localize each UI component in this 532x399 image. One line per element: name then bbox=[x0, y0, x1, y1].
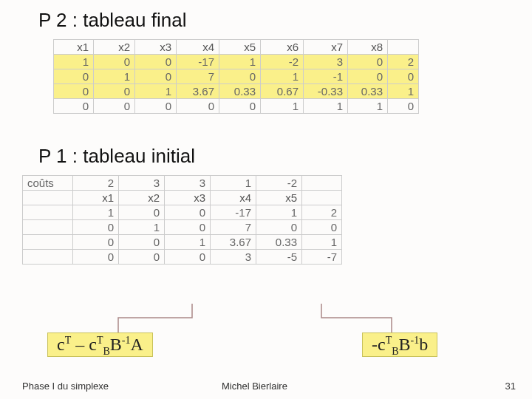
table-row: 1 0 0 -17 1 2 bbox=[23, 205, 342, 220]
cell: 0.33 bbox=[219, 84, 261, 99]
col-header: x4 bbox=[211, 191, 256, 205]
table-row: 0 0 1 3.67 0.33 0.67 -0.33 0.33 1 bbox=[54, 84, 419, 99]
cell: -5 bbox=[256, 250, 302, 265]
cell: 1 bbox=[119, 220, 165, 235]
cell: 1 bbox=[256, 205, 302, 220]
heading-p1: P 1 : tableau initial bbox=[0, 136, 532, 175]
cell: 2 bbox=[73, 176, 119, 191]
footer-center: Michel Bierlaire bbox=[222, 381, 287, 392]
cell: 1 bbox=[348, 99, 388, 114]
col-header: x3 bbox=[135, 40, 177, 55]
cell: 0 bbox=[54, 99, 94, 114]
cell: -2 bbox=[261, 55, 304, 69]
cell: 0 bbox=[177, 99, 219, 114]
table-row: 0 0 0 0 0 1 1 1 0 bbox=[54, 99, 419, 114]
col-header bbox=[302, 191, 342, 205]
cell: 0 bbox=[94, 99, 135, 114]
cell: 0.67 bbox=[261, 84, 304, 99]
col-header: x1 bbox=[73, 191, 119, 205]
cell: 1 bbox=[73, 205, 119, 220]
cell: 7 bbox=[211, 220, 256, 235]
cell: 0 bbox=[73, 220, 119, 235]
cell: 1 bbox=[211, 176, 256, 191]
col-header: x3 bbox=[165, 191, 211, 205]
table-header-row: x1 x2 x3 x4 x5 bbox=[23, 191, 342, 205]
table-p2-final: x1 x2 x3 x4 x5 x6 x7 x8 1 0 0 -17 1 -2 3… bbox=[53, 39, 419, 114]
cell: 1 bbox=[135, 84, 177, 99]
cell: -17 bbox=[177, 55, 219, 69]
cell: 2 bbox=[388, 55, 419, 69]
table1-wrap: x1 x2 x3 x4 x5 x6 x7 x8 1 0 0 -17 1 -2 3… bbox=[53, 39, 532, 114]
cell: 0 bbox=[219, 69, 261, 84]
table-header-row: x1 x2 x3 x4 x5 x6 x7 x8 bbox=[54, 40, 419, 55]
cell: 1 bbox=[165, 235, 211, 250]
col-header: x2 bbox=[94, 40, 135, 55]
cell: -2 bbox=[256, 176, 302, 191]
col-header: x4 bbox=[177, 40, 219, 55]
cell: 3.67 bbox=[177, 84, 219, 99]
cell: 3 bbox=[304, 55, 348, 69]
cell: 1 bbox=[261, 99, 304, 114]
cell: 0 bbox=[388, 69, 419, 84]
cell: 1 bbox=[219, 55, 261, 69]
table2-wrap: coûts 2 3 3 1 -2 x1 x2 x3 x4 x5 1 0 bbox=[22, 175, 532, 265]
formula-objective: -cTBB-1b bbox=[362, 332, 437, 357]
footer-left: Phase I du simplexe bbox=[22, 381, 109, 392]
col-header: x7 bbox=[304, 40, 348, 55]
costs-row: coûts 2 3 3 1 -2 bbox=[23, 176, 342, 191]
cell: 1 bbox=[261, 69, 304, 84]
table-row: 0 0 1 3.67 0.33 1 bbox=[23, 235, 342, 250]
col-header: x5 bbox=[219, 40, 261, 55]
footer-page-number: 31 bbox=[505, 381, 516, 392]
cell: 0 bbox=[135, 69, 177, 84]
cell: 0.33 bbox=[256, 235, 302, 250]
cell: 0 bbox=[256, 220, 302, 235]
table-row: 0 1 0 7 0 0 bbox=[23, 220, 342, 235]
costs-label: coûts bbox=[23, 176, 73, 191]
col-header: x1 bbox=[54, 40, 94, 55]
cell: 1 bbox=[388, 84, 419, 99]
cell: 1 bbox=[54, 55, 94, 69]
cell: 0 bbox=[94, 55, 135, 69]
cell: 1 bbox=[94, 69, 135, 84]
cell: 0 bbox=[388, 99, 419, 114]
cell: 0 bbox=[135, 55, 177, 69]
cell: 0 bbox=[54, 84, 94, 99]
cell: 0 bbox=[94, 84, 135, 99]
cell: 0 bbox=[302, 220, 342, 235]
cell: 0.33 bbox=[348, 84, 388, 99]
cell: 1 bbox=[302, 235, 342, 250]
cell: 3 bbox=[165, 176, 211, 191]
cell: -1 bbox=[304, 69, 348, 84]
cell: 3.67 bbox=[211, 235, 256, 250]
cell: 0 bbox=[135, 99, 177, 114]
col-header: x6 bbox=[261, 40, 304, 55]
col-header bbox=[388, 40, 419, 55]
table-p1-initial: coûts 2 3 3 1 -2 x1 x2 x3 x4 x5 1 0 bbox=[22, 175, 342, 265]
cell: 0 bbox=[119, 205, 165, 220]
cell: 0 bbox=[348, 69, 388, 84]
cell: -7 bbox=[302, 250, 342, 265]
cell: 0 bbox=[73, 250, 119, 265]
cell: 0 bbox=[219, 99, 261, 114]
cell: 0 bbox=[348, 55, 388, 69]
table-row: 0 1 0 7 0 1 -1 0 0 bbox=[54, 69, 419, 84]
cell: 0 bbox=[54, 69, 94, 84]
cell: 1 bbox=[304, 99, 348, 114]
cell: 0 bbox=[165, 250, 211, 265]
cell: 0 bbox=[119, 235, 165, 250]
col-header: x5 bbox=[256, 191, 302, 205]
cell: 0 bbox=[73, 235, 119, 250]
cell: 3 bbox=[119, 176, 165, 191]
col-header: x8 bbox=[348, 40, 388, 55]
cell: 0 bbox=[165, 205, 211, 220]
table-row: 1 0 0 -17 1 -2 3 0 2 bbox=[54, 55, 419, 69]
cell: 2 bbox=[302, 205, 342, 220]
cell bbox=[23, 191, 73, 205]
cell: 0 bbox=[119, 250, 165, 265]
cell bbox=[302, 176, 342, 191]
cell: 7 bbox=[177, 69, 219, 84]
formula-reduced-costs: cT – cTBB-1A bbox=[47, 332, 153, 357]
cell: -0.33 bbox=[304, 84, 348, 99]
cell: 3 bbox=[211, 250, 256, 265]
